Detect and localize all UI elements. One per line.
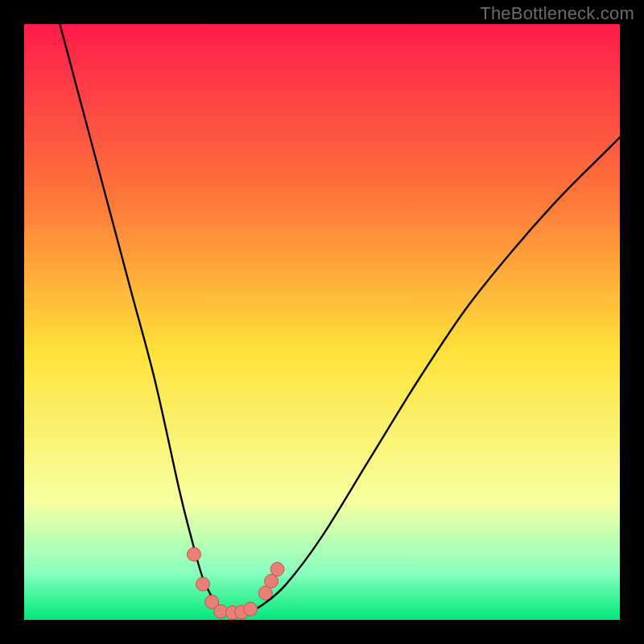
chart-svg — [24, 24, 620, 620]
chart-frame: TheBottleneck.com — [0, 0, 644, 644]
gradient-background — [24, 24, 620, 620]
curve-marker — [196, 577, 210, 591]
plot-area — [24, 24, 620, 620]
watermark-text: TheBottleneck.com — [480, 3, 634, 24]
curve-marker — [270, 563, 284, 576]
curve-marker — [244, 602, 258, 616]
curve-marker — [187, 547, 200, 561]
